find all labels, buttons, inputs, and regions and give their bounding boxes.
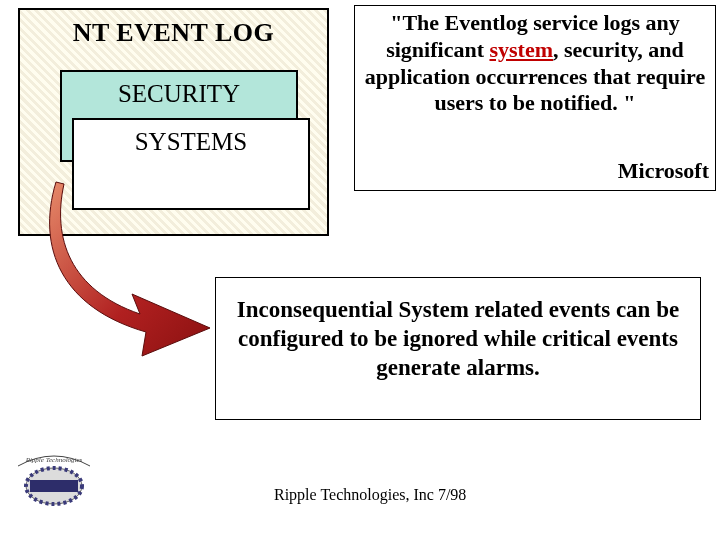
quote-text: "The Eventlog service logs any significa… bbox=[363, 10, 707, 117]
quote-box: "The Eventlog service logs any significa… bbox=[354, 5, 716, 191]
footer-text: Ripple Technologies, Inc 7/98 bbox=[274, 486, 466, 504]
ripple-logo-icon: Ripple Technologies bbox=[12, 452, 96, 510]
callout-text: Inconsequential System related events ca… bbox=[236, 296, 680, 382]
callout-box: Inconsequential System related events ca… bbox=[215, 277, 701, 420]
curved-arrow-icon bbox=[42, 178, 222, 358]
svg-rect-2 bbox=[30, 480, 78, 492]
quote-attribution: Microsoft bbox=[618, 158, 709, 184]
nt-event-log-title: NT EVENT LOG bbox=[20, 18, 327, 48]
security-card-label: SECURITY bbox=[62, 80, 296, 108]
quote-highlight: system bbox=[489, 37, 553, 62]
svg-text:Ripple Technologies: Ripple Technologies bbox=[25, 456, 83, 464]
systems-card-label: SYSTEMS bbox=[74, 128, 308, 156]
